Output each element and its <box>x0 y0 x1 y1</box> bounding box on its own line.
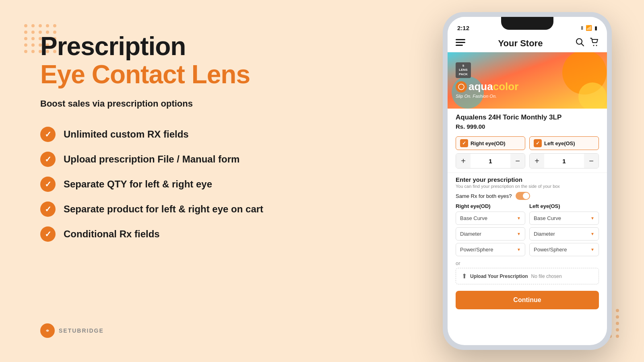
right-base-curve-dropdown[interactable]: Base Curve ▼ <box>456 212 525 225</box>
left-diameter-dropdown[interactable]: Diameter ▼ <box>529 227 599 241</box>
left-eye-selector[interactable]: ✓ Left eye(OS) <box>529 136 599 150</box>
signal-icon: Ⅱ <box>581 25 583 31</box>
upload-no-file: No file chosen <box>531 274 562 279</box>
right-qty-plus[interactable]: + <box>456 154 471 168</box>
menu-icon[interactable] <box>456 38 465 49</box>
right-diameter-label: Diameter <box>460 231 481 237</box>
right-power-dropdown[interactable]: Power/Sphere ▼ <box>456 243 525 256</box>
feature-item-feature-5: Conditional Rx fields <box>40 226 322 242</box>
right-eye-checkbox[interactable]: ✓ <box>460 139 468 147</box>
wifi-icon: 📶 <box>586 25 592 31</box>
feature-item-feature-4: Separate product for left & right eye on… <box>40 202 322 217</box>
feature-text-feature-1: Unlimited custom RX fields <box>64 129 189 140</box>
eye-selectors: ✓ Right eye(OD) ✓ Left eye(OS) <box>448 133 607 153</box>
product-info: Aqualens 24H Toric Monthly 3LP Rs. 999.0… <box>448 109 607 133</box>
qty-selectors: + 1 − + 1 − <box>448 153 607 173</box>
left-diameter-arrow: ▼ <box>590 232 594 236</box>
toggle-knob <box>523 193 529 199</box>
status-icons: Ⅱ 📶 ▮ <box>581 25 597 31</box>
rx-title: Enter your prescription <box>456 176 599 183</box>
svg-rect-3 <box>456 45 463 46</box>
svg-point-12 <box>458 84 464 90</box>
left-eye-fields: Base Curve ▼ Diameter ▼ Power/Sphere ▼ <box>529 212 599 259</box>
feature-item-feature-3: Separate QTY for left & right eye <box>40 177 322 192</box>
svg-rect-2 <box>456 42 465 43</box>
brand-name: SETUBRIDGE <box>59 327 104 334</box>
right-qty-minus[interactable]: − <box>510 154 525 168</box>
left-base-curve-dropdown[interactable]: Base Curve ▼ <box>529 212 599 225</box>
same-rx-toggle[interactable] <box>516 192 530 200</box>
svg-point-7 <box>596 45 597 46</box>
feature-item-feature-1: Unlimited custom RX fields <box>40 127 322 142</box>
left-qty-minus[interactable]: − <box>584 154 599 168</box>
left-eye-label: Left eye(OS) <box>544 140 575 146</box>
same-rx-row: Same Rx for both eyes? <box>456 192 599 200</box>
left-diameter-label: Diameter <box>534 231 555 237</box>
battery-icon: ▮ <box>594 25 597 31</box>
feature-item-feature-2: Upload prescription File / Manual form <box>40 152 322 167</box>
title-sub: Eye Contact Lens <box>40 60 322 88</box>
left-power-dropdown[interactable]: Power/Sphere ▼ <box>529 243 599 256</box>
product-price: Rs. 999.00 <box>456 123 599 130</box>
prescription-section: Enter your prescription You can find you… <box>448 173 607 288</box>
check-icon-feature-5 <box>40 226 56 242</box>
or-divider: or <box>456 260 599 266</box>
check-icon-feature-3 <box>40 177 56 192</box>
feature-text-feature-5: Conditional Rx fields <box>64 228 160 240</box>
app-header: Your Store <box>448 35 607 52</box>
check-icon-feature-4 <box>40 202 56 217</box>
check-icon-feature-2 <box>40 152 56 167</box>
subtitle: Boost sales via prescription options <box>40 99 322 109</box>
right-qty-value: 1 <box>471 155 510 167</box>
product-image-banner: 5LENSPACK aquacolor Slip On. Fashion On. <box>448 52 607 109</box>
same-rx-label: Same Rx for both eyes? <box>456 193 512 199</box>
brand-icon <box>40 323 55 338</box>
search-icon[interactable] <box>576 38 584 49</box>
product-name: Aqualens 24H Toric Monthly 3LP <box>456 113 599 121</box>
lens-pack-badge: 5LENSPACK <box>459 64 468 76</box>
upload-text: Upload Your Prescription <box>470 274 528 279</box>
right-diameter-arrow: ▼ <box>517 232 521 236</box>
right-power-label: Power/Sphere <box>460 247 493 253</box>
continue-button[interactable]: Continue <box>456 291 599 309</box>
cart-icon[interactable] <box>590 38 599 49</box>
svg-point-6 <box>593 45 594 46</box>
right-base-curve-arrow: ▼ <box>517 216 521 220</box>
left-base-curve-label: Base Curve <box>534 215 561 221</box>
feature-text-feature-2: Upload prescription File / Manual form <box>64 154 239 165</box>
feature-text-feature-3: Separate QTY for left & right eye <box>64 179 212 190</box>
right-eye-selector[interactable]: ✓ Right eye(OD) <box>456 136 525 150</box>
phone-outer: 2:12 Ⅱ 📶 ▮ Your Store <box>443 12 612 350</box>
feature-list: Unlimited custom RX fields Upload prescr… <box>40 127 322 242</box>
feature-text-feature-4: Separate product for left & right eye on… <box>64 204 263 215</box>
brand-tagline: Slip On. Fashion On. <box>456 94 497 99</box>
right-eye-fields: Base Curve ▼ Diameter ▼ Power/Sphere ▼ <box>456 212 525 259</box>
brand-logo: SETUBRIDGE <box>40 323 104 338</box>
brand-aqua: aquacolor <box>469 80 518 93</box>
upload-area[interactable]: ⬆ Upload Your Prescription No file chose… <box>456 268 599 284</box>
left-power-label: Power/Sphere <box>534 247 567 253</box>
right-col-header: Right eye(OD) <box>456 203 525 212</box>
svg-line-5 <box>581 44 584 46</box>
left-col-header: Left eye(OS) <box>529 203 599 212</box>
left-qty-value: 1 <box>544 155 584 167</box>
right-eye-label: Right eye(OD) <box>471 140 506 146</box>
rx-subtitle: You can find your prescription on the si… <box>456 184 599 189</box>
eye-col-headers: Right eye(OD) Left eye(OS) <box>456 203 599 212</box>
phone-notch <box>501 17 553 30</box>
left-base-curve-arrow: ▼ <box>590 216 594 220</box>
check-icon-feature-1 <box>40 127 56 142</box>
store-title: Your Store <box>498 38 543 49</box>
left-eye-checkbox[interactable]: ✓ <box>534 139 542 147</box>
status-time: 2:12 <box>457 25 469 31</box>
right-power-arrow: ▼ <box>517 247 521 252</box>
left-qty-plus[interactable]: + <box>530 154 544 168</box>
title-main: Prescription <box>40 32 322 60</box>
header-action-icons <box>576 38 599 49</box>
left-power-arrow: ▼ <box>590 247 594 252</box>
right-eye-qty: + 1 − <box>456 153 525 169</box>
left-section: Prescription Eye Contact Lens Boost sale… <box>40 32 322 242</box>
left-eye-qty: + 1 − <box>529 153 599 169</box>
right-diameter-dropdown[interactable]: Diameter ▼ <box>456 227 525 241</box>
right-base-curve-label: Base Curve <box>460 215 487 221</box>
